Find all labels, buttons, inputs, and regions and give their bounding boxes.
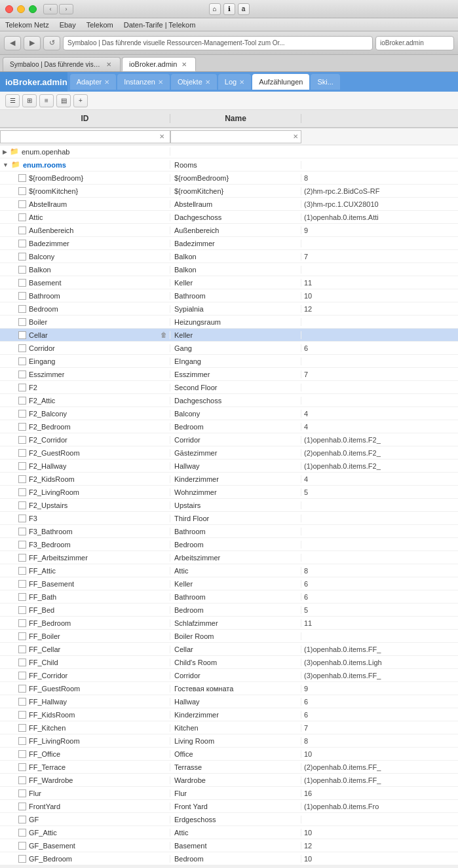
table-row[interactable]: FF_GuestRoomГостевая комната9 [0, 682, 458, 695]
row-checkbox[interactable] [18, 567, 26, 575]
app-tab-close-objekte[interactable]: ✕ [205, 79, 210, 86]
app-tab-close-instanzen[interactable]: ✕ [158, 79, 163, 86]
toolbar-btn-2[interactable]: ⊞ [22, 94, 37, 107]
row-checkbox[interactable] [18, 318, 26, 326]
table-row[interactable]: F2_UpstairsUpstairs [0, 499, 458, 512]
browser-forward[interactable]: ▶ [24, 36, 41, 50]
row-checkbox[interactable] [18, 645, 26, 653]
app-tab-instanzen[interactable]: Instanzen ✕ [117, 74, 170, 90]
menu-daten-tarife[interactable]: Daten-Tarife | Telekom [124, 21, 196, 29]
table-row[interactable]: FF_KitchenKitchen7 [0, 721, 458, 734]
table-row[interactable]: FF_TerraceTerrasse(2)openhab.0.items.FF_ [0, 761, 458, 774]
row-checkbox[interactable] [18, 279, 26, 287]
browser-refresh[interactable]: ↺ [43, 36, 60, 50]
table-row[interactable]: FF_BoilerBoiler Room [0, 630, 458, 643]
row-checkbox[interactable] [18, 737, 26, 745]
app-tab-objekte[interactable]: Objekte ✕ [171, 74, 217, 90]
row-checkbox[interactable] [18, 593, 26, 601]
table-row[interactable]: FF_KidsRoomKinderzimmer6 [0, 708, 458, 721]
table-row[interactable]: AbstellraumAbstellraum(3)hm-rpc.1.CUX280… [0, 198, 458, 211]
menu-ebay[interactable]: Ebay [60, 21, 76, 29]
table-row[interactable]: FF_BedBedroom5 [0, 604, 458, 617]
row-checkbox[interactable] [18, 855, 26, 863]
row-checkbox[interactable] [18, 462, 26, 470]
row-checkbox[interactable] [18, 253, 26, 261]
table-row[interactable]: FF_CellarCellar(1)openhab.0.items.FF_ [0, 643, 458, 656]
table-row[interactable]: F2_HallwayHallway(1)openhab.0.items.F2_ [0, 460, 458, 473]
table-row[interactable]: BalconyBalkon7 [0, 250, 458, 263]
table-row[interactable]: FF_BasementKeller6 [0, 577, 458, 590]
table-row[interactable]: FF_ArbeitszimmerArbeitszimmer [0, 551, 458, 564]
menu-telekomnetz[interactable]: Telekom Netz [5, 21, 49, 29]
delete-icon[interactable]: 🗑 [161, 331, 167, 338]
row-checkbox[interactable] [18, 305, 26, 313]
row-checkbox[interactable] [18, 829, 26, 837]
filter-name-clear[interactable]: ✕ [293, 133, 298, 140]
info-icon[interactable]: ℹ [223, 3, 235, 15]
table-row[interactable]: F2_GuestRoomGästezimmer(2)openhab.0.item… [0, 446, 458, 460]
row-checkbox[interactable] [18, 528, 26, 535]
table-row[interactable]: EingangEIngang [0, 355, 458, 368]
row-checkbox[interactable] [18, 515, 26, 522]
app-tab-log[interactable]: Log ✕ [218, 74, 251, 90]
table-row[interactable]: EsszimmerEsszimmer7 [0, 368, 458, 381]
browser-tab-symbaloo[interactable]: Symbaloo | Das führende visuelle Ressour… [3, 57, 121, 71]
row-checkbox[interactable] [18, 397, 26, 405]
table-row[interactable]: FF_BedroomSchlafzimmer11 [0, 617, 458, 630]
table-row[interactable]: F2_AtticDachgeschoss [0, 394, 458, 407]
address-bar[interactable]: Symbaloo | Das führende visuelle Ressour… [63, 36, 373, 50]
table-row[interactable]: F2_BedroomBedroom4 [0, 420, 458, 433]
expand-icon[interactable]: ▶ [3, 149, 7, 155]
home-icon[interactable]: ⌂ [209, 3, 221, 15]
table-row[interactable]: BedroomSypialnia12 [0, 302, 458, 316]
table-row[interactable]: F3Third Floor [0, 512, 458, 525]
app-tab-adapter[interactable]: Adapter ✕ [70, 74, 117, 90]
row-checkbox[interactable] [18, 436, 26, 444]
row-checkbox[interactable] [18, 488, 26, 496]
table-row[interactable]: F3_BedroomBedroom [0, 538, 458, 551]
table-row[interactable]: FF_WardrobeWardrobe(1)openhab.0.items.FF… [0, 774, 458, 787]
table-row[interactable]: BalkonBalkon [0, 263, 458, 276]
app-tab-aufzaehlungen[interactable]: Aufzählungen [252, 74, 309, 90]
table-row[interactable]: FF_LivingRoomLiving Room8 [0, 734, 458, 748]
row-checkbox[interactable] [18, 200, 26, 208]
row-checkbox[interactable] [18, 331, 26, 339]
row-checkbox[interactable] [18, 789, 26, 797]
table-row[interactable]: ${roomBedroom}${roomBedroom}8 [0, 172, 458, 185]
menu-telekom[interactable]: Telekom [86, 21, 113, 29]
table-row[interactable]: F2_BalconyBalcony4 [0, 407, 458, 420]
row-checkbox[interactable] [18, 698, 26, 706]
app-tab-ski[interactable]: Ski... [311, 74, 339, 90]
toolbar-btn-add[interactable]: + [73, 94, 88, 107]
maximize-button[interactable] [29, 5, 37, 13]
table-row[interactable]: GF_BedroomBedroom10 [0, 852, 458, 865]
table-row[interactable]: F2_KidsRoomKinderzimmer4 [0, 473, 458, 486]
row-checkbox[interactable] [18, 371, 26, 378]
row-checkbox[interactable] [18, 632, 26, 640]
row-checkbox[interactable] [18, 672, 26, 679]
row-checkbox[interactable] [18, 763, 26, 771]
row-checkbox[interactable] [18, 475, 26, 483]
row-checkbox[interactable] [18, 711, 26, 719]
table-row[interactable]: ▼📁enum.roomsRooms [0, 158, 458, 172]
row-checkbox[interactable] [18, 292, 26, 300]
row-checkbox[interactable] [18, 174, 26, 182]
row-checkbox[interactable] [18, 816, 26, 823]
filter-name-input[interactable]: ✕ [170, 130, 301, 143]
table-row[interactable]: AtticDachgeschoss(1)openhab.0.items.Atti [0, 211, 458, 224]
row-checkbox[interactable] [18, 724, 26, 732]
back-button[interactable]: ‹ [43, 4, 58, 14]
browser-back[interactable]: ◀ [4, 36, 21, 50]
row-checkbox[interactable] [18, 803, 26, 810]
table-row[interactable]: ${roomKitchen}${roomKitchen}(2)hm-rpc.2.… [0, 185, 458, 198]
minimize-button[interactable] [17, 5, 25, 13]
row-checkbox[interactable] [18, 384, 26, 391]
toolbar-btn-4[interactable]: ▤ [56, 94, 71, 107]
row-checkbox[interactable] [18, 842, 26, 850]
table-row[interactable]: F3_BathroomBathroom [0, 525, 458, 538]
app-tab-close-adapter[interactable]: ✕ [104, 79, 109, 86]
table-row[interactable]: FlurFlur16 [0, 787, 458, 800]
table-row[interactable]: BadezimmerBadezimmer [0, 237, 458, 250]
row-checkbox[interactable] [18, 344, 26, 352]
row-checkbox[interactable] [18, 449, 26, 457]
